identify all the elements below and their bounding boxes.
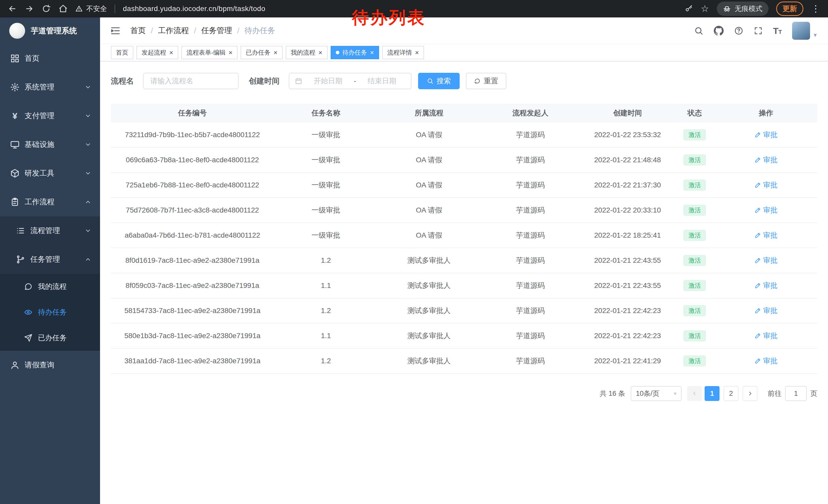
breadcrumb-workflow[interactable]: 工作流程 [158, 26, 189, 36]
update-label: 更新 [783, 4, 797, 13]
sidebar-item-system[interactable]: 系统管理 [0, 73, 100, 101]
breadcrumb-current: 待办任务 [244, 26, 275, 36]
cell-process: OA 请假 [378, 130, 480, 140]
sidebar-item-task-mgmt[interactable]: 任务管理 [0, 245, 100, 274]
sidebar-item-workflow[interactable]: 工作流程 [0, 188, 100, 216]
security-indicator[interactable]: 不安全 [75, 4, 107, 13]
browser-reload-icon[interactable] [42, 4, 51, 13]
status-badge: 激活 [684, 230, 706, 241]
sidebar-item-my-process[interactable]: 我的流程 [0, 274, 100, 300]
prev-page-button[interactable] [687, 386, 702, 401]
tab-close-icon[interactable]: × [370, 49, 374, 56]
sidebar-item-leave-query[interactable]: 请假查询 [0, 351, 100, 379]
cell-created: 2022-01-22 20:33:10 [580, 206, 674, 214]
approve-label: 审批 [763, 306, 778, 316]
font-size-icon[interactable]: TT [773, 27, 782, 35]
page-button-1[interactable]: 1 [705, 386, 719, 401]
tab-form-edit[interactable]: 流程表单-编辑 × [181, 46, 238, 59]
sidebar-item-done-tasks[interactable]: 已办任务 [0, 325, 100, 351]
edit-icon [754, 156, 761, 163]
tab-close-icon[interactable]: × [415, 49, 419, 56]
page-button-2[interactable]: 2 [723, 386, 739, 401]
approve-link[interactable]: 审批 [754, 205, 778, 215]
status-badge: 激活 [684, 255, 706, 266]
browser-forward-icon[interactable] [25, 4, 34, 13]
approve-link[interactable]: 审批 [754, 180, 778, 190]
next-page-button[interactable] [743, 386, 757, 401]
search-button-label: 搜索 [437, 76, 451, 86]
tab-label: 发起流程 [141, 48, 166, 57]
tab-todo-tasks[interactable]: 待办任务 × [331, 46, 379, 59]
column-task-name: 任务名称 [274, 108, 378, 118]
date-range-picker[interactable]: 开始日期 - 结束日期 [289, 73, 411, 89]
sidebar-item-process-mgmt[interactable]: 流程管理 [0, 216, 100, 245]
end-date-placeholder[interactable]: 结束日期 [359, 76, 405, 86]
breadcrumb-separator: / [237, 27, 239, 35]
cell-process: 测试多审批人 [378, 306, 480, 316]
address-url[interactable]: dashboard.yudao.iocoder.cn/bpm/task/todo [123, 5, 265, 13]
goto-suffix: 页 [810, 389, 817, 398]
tab-done-tasks[interactable]: 已办任务 × [241, 46, 282, 59]
search-button[interactable]: 搜索 [418, 73, 460, 89]
user-menu[interactable]: ▼ [792, 22, 818, 40]
page-size-select[interactable]: 10条/页 ▾ [631, 386, 681, 401]
sidebar-item-home[interactable]: 首页 [0, 44, 100, 73]
caret-down-icon: ▼ [813, 32, 818, 40]
sidebar-item-todo-tasks[interactable]: 待办任务 [0, 300, 100, 325]
search-icon[interactable] [694, 26, 703, 35]
start-date-placeholder[interactable]: 开始日期 [305, 76, 351, 86]
goto-page-input[interactable] [785, 386, 807, 401]
breadcrumb-home[interactable]: 首页 [130, 26, 146, 36]
table-row: 8f059c03-7ac8-11ec-a9e2-a2380e71991a 1.1… [111, 273, 817, 299]
tab-close-icon[interactable]: × [169, 49, 173, 56]
tab-close-icon[interactable]: × [229, 49, 233, 56]
bookmark-star-icon[interactable]: ☆ [701, 4, 709, 13]
breadcrumb-separator: / [151, 27, 153, 35]
cell-task-id: 381aa1dd-7ac8-11ec-a9e2-a2380e71991a [111, 357, 274, 365]
collapse-sidebar-icon[interactable] [110, 26, 121, 36]
approve-link[interactable]: 审批 [754, 331, 778, 341]
approve-label: 审批 [763, 281, 778, 290]
sidebar-item-devtools[interactable]: 研发工具 [0, 159, 100, 188]
browser-back-icon[interactable] [8, 4, 17, 13]
breadcrumb-task-mgmt[interactable]: 任务管理 [201, 26, 232, 36]
tab-close-icon[interactable]: × [274, 49, 277, 56]
pagination: 共 16 条 10条/页 ▾ 1 2 前往 页 [111, 386, 817, 401]
browser-home-icon[interactable] [58, 4, 68, 13]
approve-link[interactable]: 审批 [754, 230, 778, 240]
approve-link[interactable]: 审批 [754, 130, 778, 140]
github-icon[interactable] [714, 26, 724, 36]
table-row: 73211d9d-7b9b-11ec-b5b7-acde48001122 一级审… [111, 123, 817, 148]
tab-label: 已办任务 [246, 48, 271, 57]
browser-menu-icon[interactable]: ⋮ [811, 3, 820, 14]
tab-process-detail[interactable]: 流程详情 × [382, 46, 424, 59]
avatar[interactable] [792, 22, 810, 40]
approve-label: 审批 [763, 256, 778, 265]
filter-bar: 流程名 创建时间 开始日期 - 结束日期 搜索 重 [111, 73, 817, 89]
tab-close-icon[interactable]: × [319, 49, 322, 56]
help-icon[interactable] [734, 26, 743, 35]
approve-link[interactable]: 审批 [754, 356, 778, 366]
edit-icon [754, 257, 761, 264]
chevron-down-icon [85, 84, 91, 91]
sidebar-item-payment[interactable]: ¥ 支付管理 [0, 101, 100, 130]
tab-my-process[interactable]: 我的流程 × [286, 46, 328, 59]
password-key-icon[interactable] [685, 5, 693, 13]
cell-task-name: 1.1 [274, 281, 378, 290]
breadcrumb-separator: / [194, 27, 196, 35]
approve-link[interactable]: 审批 [754, 306, 778, 316]
tab-home[interactable]: 首页 [111, 46, 133, 59]
chevron-down-icon: ▾ [674, 391, 676, 397]
approve-link[interactable]: 审批 [754, 281, 778, 290]
approve-link[interactable]: 审批 [754, 155, 778, 165]
process-name-input[interactable] [143, 73, 239, 89]
main: 首页 / 工作流程 / 任务管理 / 待办任务 TT ▼ [100, 17, 828, 504]
reset-button[interactable]: 重置 [466, 73, 506, 89]
fullscreen-icon[interactable] [754, 26, 763, 35]
cell-process: OA 请假 [378, 155, 480, 165]
sidebar-logo[interactable]: 芋道管理系统 [0, 17, 100, 44]
sidebar-item-infrastructure[interactable]: 基础设施 [0, 130, 100, 159]
tab-start-process[interactable]: 发起流程 × [136, 46, 178, 59]
approve-link[interactable]: 审批 [754, 256, 778, 265]
update-button[interactable]: 更新 [776, 2, 803, 16]
